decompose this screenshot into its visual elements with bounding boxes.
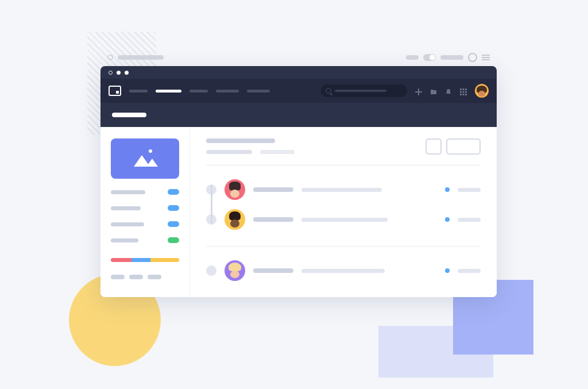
status-dot-icon <box>445 268 450 273</box>
chip-row <box>111 275 179 279</box>
app-window <box>100 66 497 297</box>
sidebar-badge <box>168 205 179 211</box>
user-avatar[interactable] <box>475 84 489 98</box>
page-title <box>112 113 146 117</box>
browser-dot-icon <box>107 55 113 60</box>
sidebar-item-label <box>111 222 144 226</box>
list-row[interactable] <box>206 256 481 286</box>
svg-rect-2 <box>465 88 467 90</box>
divider <box>206 165 481 165</box>
chip[interactable] <box>129 275 143 279</box>
menu-icon[interactable] <box>482 55 490 60</box>
sidebar-item-3[interactable] <box>111 221 179 227</box>
svg-rect-0 <box>460 88 462 90</box>
nav-item-3[interactable] <box>189 90 208 93</box>
status-dot-icon <box>445 187 450 192</box>
svg-rect-1 <box>463 88 465 90</box>
image-placeholder-icon <box>134 151 157 167</box>
bell-icon[interactable] <box>445 87 452 94</box>
sidebar-badge <box>168 189 179 195</box>
action-button[interactable] <box>446 138 481 155</box>
sidebar-item-4[interactable] <box>111 237 179 243</box>
svg-rect-4 <box>463 91 465 93</box>
folder-icon[interactable] <box>430 87 437 94</box>
chip[interactable] <box>148 275 161 279</box>
content-area <box>100 127 497 297</box>
browser-toggle[interactable] <box>423 54 436 61</box>
window-close-button[interactable] <box>109 71 113 75</box>
row-marker-icon <box>206 265 216 276</box>
row-avatar[interactable] <box>225 179 245 200</box>
sub-header <box>100 103 497 127</box>
main-title <box>206 138 275 143</box>
action-row <box>425 138 481 155</box>
image-card[interactable] <box>111 138 179 179</box>
row-status <box>458 269 481 273</box>
sidebar-item-label <box>111 238 138 242</box>
sidebar <box>100 127 189 297</box>
browser-text <box>440 55 463 60</box>
progress-segment-blue <box>131 258 150 262</box>
search-input[interactable] <box>321 84 407 97</box>
nav-item-1[interactable] <box>129 90 148 93</box>
browser-url-text <box>118 55 164 60</box>
sidebar-item-label <box>111 206 141 210</box>
window-maximize-button[interactable] <box>125 71 129 75</box>
row-status <box>458 188 481 192</box>
main-panel <box>189 127 497 297</box>
sidebar-badge <box>168 221 179 227</box>
main-subtitle-1 <box>206 150 252 154</box>
view-button-small[interactable] <box>425 138 442 155</box>
main-header <box>206 138 481 155</box>
sidebar-badge <box>168 237 179 243</box>
sidebar-item-1[interactable] <box>111 189 179 195</box>
nav-item-5[interactable] <box>247 90 270 93</box>
row-status <box>458 218 481 222</box>
list-row[interactable] <box>206 205 481 234</box>
row-name <box>253 187 293 192</box>
plus-icon[interactable] <box>415 87 422 94</box>
progress-segment-red <box>111 258 131 262</box>
chip[interactable] <box>111 275 125 279</box>
main-subtitle-2 <box>260 150 295 154</box>
connected-list-group <box>206 175 481 234</box>
svg-rect-5 <box>465 91 467 93</box>
grid-icon[interactable] <box>460 87 467 94</box>
progress-segment-yellow <box>150 258 179 262</box>
row-name <box>253 268 293 273</box>
row-avatar[interactable] <box>225 260 245 281</box>
window-titlebar <box>100 66 497 79</box>
status-dot-icon <box>445 217 450 222</box>
nav-item-2[interactable] <box>156 90 181 93</box>
sidebar-item-2[interactable] <box>111 205 179 211</box>
sidebar-item-label <box>111 190 145 194</box>
row-desc <box>301 218 388 222</box>
app-logo-icon[interactable] <box>109 86 121 96</box>
top-navigation <box>100 79 497 103</box>
connector-line <box>211 185 212 224</box>
search-placeholder <box>335 90 386 92</box>
list-row[interactable] <box>206 175 481 205</box>
row-desc <box>301 188 382 192</box>
progress-bar <box>111 258 179 262</box>
row-avatar[interactable] <box>225 209 245 230</box>
search-icon <box>326 88 331 94</box>
row-desc <box>301 269 385 273</box>
svg-rect-8 <box>465 94 467 95</box>
nav-item-4[interactable] <box>216 90 239 93</box>
svg-rect-3 <box>460 91 462 93</box>
window-minimize-button[interactable] <box>117 71 121 75</box>
search-icon[interactable] <box>468 53 477 62</box>
browser-chrome <box>100 49 497 66</box>
browser-tab-text <box>406 55 419 60</box>
svg-rect-6 <box>460 94 462 95</box>
svg-rect-7 <box>463 94 465 95</box>
row-name <box>253 217 293 222</box>
divider <box>206 246 481 247</box>
